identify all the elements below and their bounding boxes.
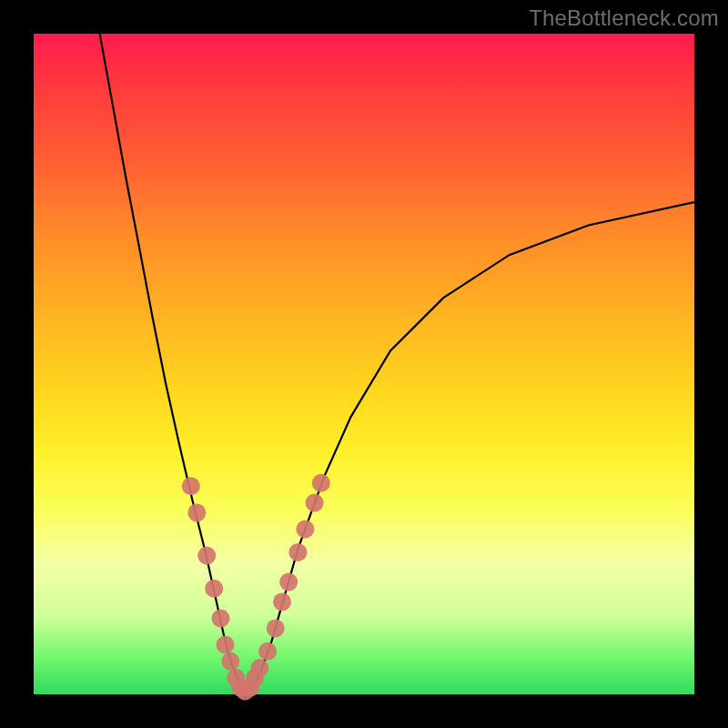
curve-marker xyxy=(187,503,206,521)
curve-marker xyxy=(197,547,216,565)
curve-marker xyxy=(306,494,324,512)
curve-marker xyxy=(205,580,223,598)
curve-markers xyxy=(182,474,330,701)
curve-marker xyxy=(288,543,307,561)
chart-frame: TheBottleneck.com xyxy=(0,0,728,728)
bottleneck-curve xyxy=(34,34,694,694)
plot-area xyxy=(34,34,694,694)
curve-marker xyxy=(279,573,298,592)
curve-marker xyxy=(296,521,314,539)
curve-marker xyxy=(212,610,230,628)
curve-marker xyxy=(221,652,239,671)
curve-marker xyxy=(182,477,200,495)
curve-marker xyxy=(250,659,268,677)
curve-marker xyxy=(312,474,330,492)
curve-line xyxy=(100,34,694,691)
watermark-text: TheBottleneck.com xyxy=(529,5,719,31)
curve-marker xyxy=(217,636,235,654)
curve-marker xyxy=(273,592,291,611)
curve-marker xyxy=(258,642,277,661)
curve-marker xyxy=(267,619,285,637)
